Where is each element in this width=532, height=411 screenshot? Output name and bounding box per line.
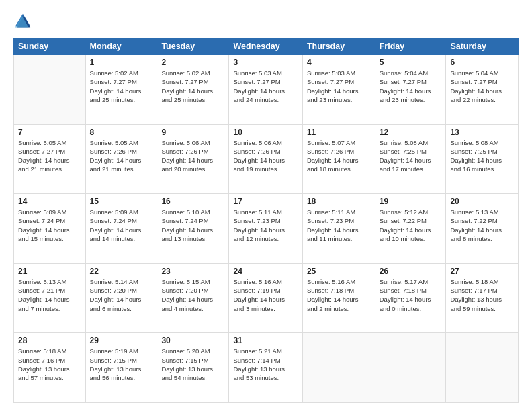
day-info: Sunrise: 5:11 AM Sunset: 7:23 PM Dayligh… bbox=[307, 208, 371, 243]
day-info: Sunrise: 5:03 AM Sunset: 7:27 PM Dayligh… bbox=[233, 68, 298, 104]
day-cell: 31Sunrise: 5:21 AM Sunset: 7:14 PM Dayli… bbox=[229, 333, 302, 403]
day-info: Sunrise: 5:16 AM Sunset: 7:19 PM Dayligh… bbox=[233, 277, 298, 313]
day-info: Sunrise: 5:08 AM Sunset: 7:25 PM Dayligh… bbox=[380, 138, 442, 174]
weekday-header-tuesday: Tuesday bbox=[157, 38, 229, 55]
calendar-table: SundayMondayTuesdayWednesdayThursdayFrid… bbox=[13, 38, 519, 403]
day-info: Sunrise: 5:10 AM Sunset: 7:24 PM Dayligh… bbox=[161, 208, 224, 243]
logo bbox=[13, 12, 35, 31]
day-number: 1 bbox=[90, 58, 153, 67]
day-cell: 24Sunrise: 5:16 AM Sunset: 7:19 PM Dayli… bbox=[229, 263, 302, 333]
day-cell: 12Sunrise: 5:08 AM Sunset: 7:25 PM Dayli… bbox=[375, 124, 446, 194]
day-number: 27 bbox=[450, 267, 514, 276]
day-info: Sunrise: 5:21 AM Sunset: 7:14 PM Dayligh… bbox=[233, 347, 298, 382]
day-cell: 21Sunrise: 5:13 AM Sunset: 7:21 PM Dayli… bbox=[14, 263, 86, 333]
day-number: 24 bbox=[233, 267, 298, 276]
day-cell: 16Sunrise: 5:10 AM Sunset: 7:24 PM Dayli… bbox=[157, 194, 229, 264]
day-cell: 19Sunrise: 5:12 AM Sunset: 7:22 PM Dayli… bbox=[375, 194, 446, 264]
week-row-2: 7Sunrise: 5:05 AM Sunset: 7:27 PM Daylig… bbox=[14, 124, 519, 194]
day-cell bbox=[375, 333, 446, 403]
day-info: Sunrise: 5:06 AM Sunset: 7:26 PM Dayligh… bbox=[161, 138, 224, 174]
day-info: Sunrise: 5:13 AM Sunset: 7:21 PM Dayligh… bbox=[18, 277, 81, 313]
day-info: Sunrise: 5:07 AM Sunset: 7:26 PM Dayligh… bbox=[307, 138, 371, 174]
day-info: Sunrise: 5:11 AM Sunset: 7:23 PM Dayligh… bbox=[233, 208, 298, 243]
day-cell: 5Sunrise: 5:04 AM Sunset: 7:27 PM Daylig… bbox=[375, 55, 446, 125]
page: SundayMondayTuesdayWednesdayThursdayFrid… bbox=[0, 0, 532, 411]
day-info: Sunrise: 5:18 AM Sunset: 7:16 PM Dayligh… bbox=[18, 347, 81, 382]
day-cell: 20Sunrise: 5:13 AM Sunset: 7:22 PM Dayli… bbox=[446, 194, 519, 264]
day-number: 12 bbox=[380, 128, 442, 137]
day-info: Sunrise: 5:18 AM Sunset: 7:17 PM Dayligh… bbox=[450, 277, 514, 313]
day-info: Sunrise: 5:13 AM Sunset: 7:22 PM Dayligh… bbox=[450, 208, 514, 243]
day-number: 29 bbox=[90, 336, 153, 345]
day-cell bbox=[14, 55, 86, 125]
day-cell: 23Sunrise: 5:15 AM Sunset: 7:20 PM Dayli… bbox=[157, 263, 229, 333]
day-info: Sunrise: 5:19 AM Sunset: 7:15 PM Dayligh… bbox=[90, 347, 153, 382]
day-info: Sunrise: 5:15 AM Sunset: 7:20 PM Dayligh… bbox=[161, 277, 224, 313]
day-info: Sunrise: 5:14 AM Sunset: 7:20 PM Dayligh… bbox=[90, 277, 153, 313]
day-cell: 10Sunrise: 5:06 AM Sunset: 7:26 PM Dayli… bbox=[229, 124, 302, 194]
header bbox=[13, 12, 519, 31]
day-info: Sunrise: 5:20 AM Sunset: 7:15 PM Dayligh… bbox=[161, 347, 224, 382]
day-info: Sunrise: 5:12 AM Sunset: 7:22 PM Dayligh… bbox=[380, 208, 442, 243]
day-info: Sunrise: 5:02 AM Sunset: 7:27 PM Dayligh… bbox=[90, 68, 153, 104]
day-cell: 26Sunrise: 5:17 AM Sunset: 7:18 PM Dayli… bbox=[375, 263, 446, 333]
day-info: Sunrise: 5:04 AM Sunset: 7:27 PM Dayligh… bbox=[380, 68, 442, 104]
day-cell: 2Sunrise: 5:02 AM Sunset: 7:27 PM Daylig… bbox=[157, 55, 229, 125]
day-number: 15 bbox=[90, 197, 153, 206]
day-cell: 13Sunrise: 5:08 AM Sunset: 7:25 PM Dayli… bbox=[446, 124, 519, 194]
day-cell: 7Sunrise: 5:05 AM Sunset: 7:27 PM Daylig… bbox=[14, 124, 86, 194]
day-cell: 1Sunrise: 5:02 AM Sunset: 7:27 PM Daylig… bbox=[85, 55, 157, 125]
day-number: 28 bbox=[18, 336, 81, 345]
day-number: 14 bbox=[18, 197, 81, 206]
day-cell: 25Sunrise: 5:16 AM Sunset: 7:18 PM Dayli… bbox=[302, 263, 375, 333]
day-info: Sunrise: 5:05 AM Sunset: 7:26 PM Dayligh… bbox=[90, 138, 153, 174]
day-cell: 29Sunrise: 5:19 AM Sunset: 7:15 PM Dayli… bbox=[85, 333, 157, 403]
day-info: Sunrise: 5:09 AM Sunset: 7:24 PM Dayligh… bbox=[18, 208, 81, 243]
week-row-1: 1Sunrise: 5:02 AM Sunset: 7:27 PM Daylig… bbox=[14, 55, 519, 125]
day-info: Sunrise: 5:02 AM Sunset: 7:27 PM Dayligh… bbox=[161, 68, 224, 104]
day-number: 30 bbox=[161, 336, 224, 345]
day-cell: 30Sunrise: 5:20 AM Sunset: 7:15 PM Dayli… bbox=[157, 333, 229, 403]
day-info: Sunrise: 5:08 AM Sunset: 7:25 PM Dayligh… bbox=[450, 138, 514, 174]
day-info: Sunrise: 5:17 AM Sunset: 7:18 PM Dayligh… bbox=[380, 277, 442, 313]
day-number: 23 bbox=[161, 267, 224, 276]
day-info: Sunrise: 5:06 AM Sunset: 7:26 PM Dayligh… bbox=[233, 138, 298, 174]
day-cell: 8Sunrise: 5:05 AM Sunset: 7:26 PM Daylig… bbox=[85, 124, 157, 194]
day-number: 13 bbox=[450, 128, 514, 137]
day-cell: 15Sunrise: 5:09 AM Sunset: 7:24 PM Dayli… bbox=[85, 194, 157, 264]
weekday-header-sunday: Sunday bbox=[14, 38, 86, 55]
day-number: 6 bbox=[450, 58, 514, 67]
day-number: 7 bbox=[18, 128, 81, 137]
weekday-header-thursday: Thursday bbox=[302, 38, 375, 55]
day-cell: 14Sunrise: 5:09 AM Sunset: 7:24 PM Dayli… bbox=[14, 194, 86, 264]
day-number: 16 bbox=[161, 197, 224, 206]
day-cell: 11Sunrise: 5:07 AM Sunset: 7:26 PM Dayli… bbox=[302, 124, 375, 194]
day-number: 8 bbox=[90, 128, 153, 137]
day-number: 9 bbox=[161, 128, 224, 137]
day-cell bbox=[446, 333, 519, 403]
weekday-header-wednesday: Wednesday bbox=[229, 38, 302, 55]
weekday-header-friday: Friday bbox=[375, 38, 446, 55]
day-cell: 17Sunrise: 5:11 AM Sunset: 7:23 PM Dayli… bbox=[229, 194, 302, 264]
day-info: Sunrise: 5:16 AM Sunset: 7:18 PM Dayligh… bbox=[307, 277, 371, 313]
day-cell: 3Sunrise: 5:03 AM Sunset: 7:27 PM Daylig… bbox=[229, 55, 302, 125]
week-row-4: 21Sunrise: 5:13 AM Sunset: 7:21 PM Dayli… bbox=[14, 263, 519, 333]
day-number: 4 bbox=[307, 58, 371, 67]
day-cell: 4Sunrise: 5:03 AM Sunset: 7:27 PM Daylig… bbox=[302, 55, 375, 125]
day-number: 5 bbox=[380, 58, 442, 67]
day-info: Sunrise: 5:04 AM Sunset: 7:27 PM Dayligh… bbox=[450, 68, 514, 104]
week-row-3: 14Sunrise: 5:09 AM Sunset: 7:24 PM Dayli… bbox=[14, 194, 519, 264]
day-number: 10 bbox=[233, 128, 298, 137]
day-cell: 9Sunrise: 5:06 AM Sunset: 7:26 PM Daylig… bbox=[157, 124, 229, 194]
day-number: 25 bbox=[307, 267, 371, 276]
day-number: 20 bbox=[450, 197, 514, 206]
week-row-5: 28Sunrise: 5:18 AM Sunset: 7:16 PM Dayli… bbox=[14, 333, 519, 403]
logo-icon bbox=[13, 12, 32, 31]
day-number: 3 bbox=[233, 58, 298, 67]
day-info: Sunrise: 5:03 AM Sunset: 7:27 PM Dayligh… bbox=[307, 68, 371, 104]
day-cell: 28Sunrise: 5:18 AM Sunset: 7:16 PM Dayli… bbox=[14, 333, 86, 403]
day-cell: 18Sunrise: 5:11 AM Sunset: 7:23 PM Dayli… bbox=[302, 194, 375, 264]
weekday-header-row: SundayMondayTuesdayWednesdayThursdayFrid… bbox=[14, 38, 519, 55]
day-cell: 27Sunrise: 5:18 AM Sunset: 7:17 PM Dayli… bbox=[446, 263, 519, 333]
day-number: 18 bbox=[307, 197, 371, 206]
